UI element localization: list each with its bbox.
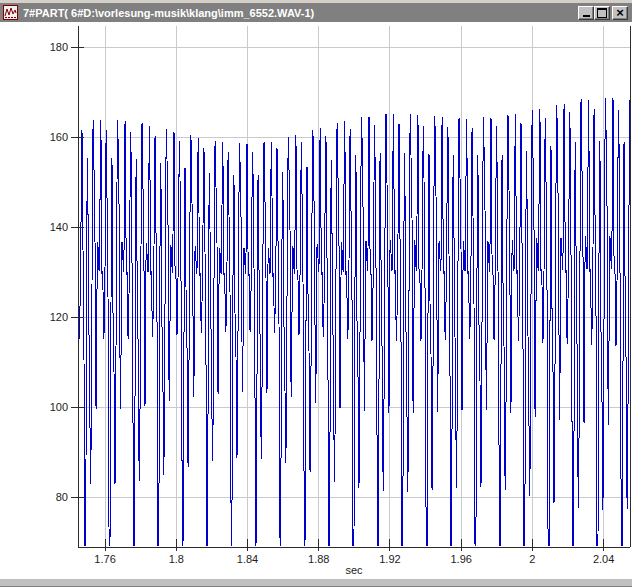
y-tick-label: 180 [34,41,68,54]
y-tick-label: 80 [34,491,68,504]
x-axis-label: sec [331,564,377,576]
x-tick-label: 2.04 [582,553,626,566]
y-tick-label: 120 [34,311,68,324]
y-tick-label: 160 [34,131,68,144]
window-resize-edge[interactable] [0,578,632,587]
waveform-chart-canvas[interactable] [0,0,632,587]
waveform-trace [78,98,630,546]
x-tick-label: 1.96 [439,553,483,566]
x-tick-label: 1.76 [83,553,127,566]
x-tick-label: 1.84 [226,553,270,566]
y-tick-label: 140 [34,221,68,234]
x-tick-label: 1.8 [154,553,198,566]
y-tick-label: 100 [34,401,68,414]
x-tick-label: 2 [510,553,554,566]
